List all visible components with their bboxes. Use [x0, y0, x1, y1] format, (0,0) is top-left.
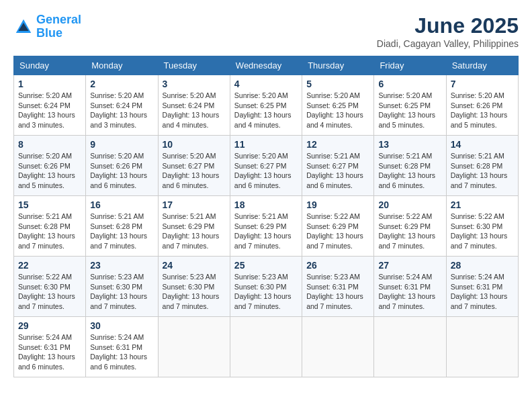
- sunrise-text: Sunrise: 5:22 AM: [18, 272, 81, 282]
- calendar-cell: 6 Sunrise: 5:20 AM Sunset: 6:25 PM Dayli…: [374, 75, 446, 136]
- sunrise-text: Sunrise: 5:20 AM: [90, 91, 153, 101]
- sunset-text: Sunset: 6:30 PM: [18, 282, 81, 292]
- day-info: Sunrise: 5:21 AM Sunset: 6:27 PM Dayligh…: [306, 151, 369, 191]
- daylight-text: Daylight: 13 hours and 7 minutes.: [306, 291, 369, 311]
- day-info: Sunrise: 5:20 AM Sunset: 6:25 PM Dayligh…: [306, 91, 369, 130]
- day-number: 10: [163, 139, 226, 150]
- calendar-cell: [230, 317, 302, 377]
- day-info: Sunrise: 5:21 AM Sunset: 6:28 PM Dayligh…: [18, 212, 81, 251]
- sunrise-text: Sunrise: 5:23 AM: [234, 272, 298, 282]
- daylight-text: Daylight: 13 hours and 7 minutes.: [306, 231, 369, 250]
- day-number: 7: [451, 79, 514, 89]
- calendar-cell: 25 Sunrise: 5:23 AM Sunset: 6:30 PM Dayl…: [230, 257, 302, 317]
- col-sunday: Sunday: [14, 56, 86, 75]
- daylight-text: Daylight: 13 hours and 5 minutes.: [18, 171, 81, 190]
- calendar-cell: 22 Sunrise: 5:22 AM Sunset: 6:30 PM Dayl…: [14, 257, 86, 317]
- day-info: Sunrise: 5:20 AM Sunset: 6:26 PM Dayligh…: [451, 91, 514, 130]
- calendar-cell: 4 Sunrise: 5:20 AM Sunset: 6:25 PM Dayli…: [230, 75, 302, 136]
- day-number: 9: [90, 139, 153, 150]
- day-info: Sunrise: 5:21 AM Sunset: 6:29 PM Dayligh…: [234, 212, 298, 251]
- daylight-text: Daylight: 13 hours and 7 minutes.: [90, 291, 153, 311]
- day-number: 13: [378, 139, 441, 150]
- daylight-text: Daylight: 13 hours and 6 minutes.: [306, 171, 369, 190]
- sunset-text: Sunset: 6:31 PM: [451, 282, 514, 292]
- sunset-text: Sunset: 6:28 PM: [18, 222, 81, 232]
- day-number: 20: [378, 199, 441, 210]
- day-number: 8: [18, 139, 81, 150]
- sunrise-text: Sunrise: 5:20 AM: [90, 151, 153, 161]
- sunrise-text: Sunrise: 5:22 AM: [451, 212, 514, 222]
- sunrise-text: Sunrise: 5:21 AM: [18, 212, 81, 222]
- sunrise-text: Sunrise: 5:21 AM: [378, 151, 441, 161]
- day-info: Sunrise: 5:20 AM Sunset: 6:27 PM Dayligh…: [234, 151, 298, 191]
- sunset-text: Sunset: 6:30 PM: [234, 282, 298, 292]
- day-number: 23: [90, 260, 153, 271]
- daylight-text: Daylight: 13 hours and 4 minutes.: [306, 110, 369, 130]
- calendar-cell: 5 Sunrise: 5:20 AM Sunset: 6:25 PM Dayli…: [302, 75, 374, 136]
- calendar-cell: [374, 317, 446, 377]
- sunrise-text: Sunrise: 5:23 AM: [90, 272, 153, 282]
- sunset-text: Sunset: 6:26 PM: [90, 161, 153, 171]
- day-number: 28: [451, 260, 514, 271]
- day-number: 21: [451, 199, 514, 210]
- sunrise-text: Sunrise: 5:20 AM: [234, 151, 298, 161]
- day-number: 5: [306, 79, 369, 89]
- calendar-cell: 30 Sunrise: 5:24 AM Sunset: 6:31 PM Dayl…: [86, 317, 158, 377]
- calendar-cell: 23 Sunrise: 5:23 AM Sunset: 6:30 PM Dayl…: [86, 257, 158, 317]
- day-info: Sunrise: 5:24 AM Sunset: 6:31 PM Dayligh…: [90, 332, 153, 372]
- sunset-text: Sunset: 6:27 PM: [306, 161, 369, 171]
- daylight-text: Daylight: 13 hours and 6 minutes.: [234, 171, 298, 190]
- daylight-text: Daylight: 13 hours and 7 minutes.: [234, 291, 298, 311]
- day-info: Sunrise: 5:20 AM Sunset: 6:26 PM Dayligh…: [18, 151, 81, 191]
- calendar-cell: [158, 317, 230, 377]
- calendar-cell: 20 Sunrise: 5:22 AM Sunset: 6:29 PM Dayl…: [374, 196, 446, 257]
- sunrise-text: Sunrise: 5:21 AM: [163, 212, 226, 222]
- day-info: Sunrise: 5:23 AM Sunset: 6:31 PM Dayligh…: [306, 272, 369, 312]
- calendar-cell: 8 Sunrise: 5:20 AM Sunset: 6:26 PM Dayli…: [14, 136, 86, 196]
- day-number: 18: [234, 199, 298, 210]
- sunrise-text: Sunrise: 5:20 AM: [18, 91, 81, 101]
- day-info: Sunrise: 5:20 AM Sunset: 6:27 PM Dayligh…: [163, 151, 226, 191]
- sunset-text: Sunset: 6:29 PM: [234, 222, 298, 232]
- sunrise-text: Sunrise: 5:22 AM: [306, 212, 369, 222]
- sunrise-text: Sunrise: 5:20 AM: [451, 91, 514, 101]
- calendar-header-row: Sunday Monday Tuesday Wednesday Thursday…: [14, 56, 519, 75]
- daylight-text: Daylight: 13 hours and 7 minutes.: [163, 231, 226, 250]
- day-info: Sunrise: 5:20 AM Sunset: 6:25 PM Dayligh…: [378, 91, 441, 130]
- sunset-text: Sunset: 6:26 PM: [451, 101, 514, 111]
- col-tuesday: Tuesday: [158, 56, 230, 75]
- sunset-text: Sunset: 6:27 PM: [163, 161, 226, 171]
- sunset-text: Sunset: 6:30 PM: [90, 282, 153, 292]
- sunset-text: Sunset: 6:26 PM: [18, 161, 81, 171]
- day-info: Sunrise: 5:23 AM Sunset: 6:30 PM Dayligh…: [90, 272, 153, 312]
- daylight-text: Daylight: 13 hours and 7 minutes.: [451, 291, 514, 311]
- day-info: Sunrise: 5:24 AM Sunset: 6:31 PM Dayligh…: [451, 272, 514, 312]
- calendar-cell: 14 Sunrise: 5:21 AM Sunset: 6:28 PM Dayl…: [446, 136, 518, 196]
- week-row-3: 22 Sunrise: 5:22 AM Sunset: 6:30 PM Dayl…: [14, 257, 519, 317]
- daylight-text: Daylight: 13 hours and 3 minutes.: [90, 110, 153, 130]
- daylight-text: Daylight: 13 hours and 6 minutes.: [90, 171, 153, 190]
- sunrise-text: Sunrise: 5:21 AM: [451, 151, 514, 161]
- calendar-cell: 18 Sunrise: 5:21 AM Sunset: 6:29 PM Dayl…: [230, 196, 302, 257]
- day-info: Sunrise: 5:20 AM Sunset: 6:24 PM Dayligh…: [18, 91, 81, 130]
- daylight-text: Daylight: 13 hours and 6 minutes.: [90, 352, 153, 371]
- daylight-text: Daylight: 13 hours and 6 minutes.: [378, 171, 441, 190]
- calendar-cell: 26 Sunrise: 5:23 AM Sunset: 6:31 PM Dayl…: [302, 257, 374, 317]
- sunset-text: Sunset: 6:24 PM: [163, 101, 226, 111]
- daylight-text: Daylight: 13 hours and 3 minutes.: [18, 110, 81, 130]
- col-friday: Friday: [374, 56, 446, 75]
- day-info: Sunrise: 5:22 AM Sunset: 6:29 PM Dayligh…: [306, 212, 369, 251]
- day-number: 15: [18, 199, 81, 210]
- daylight-text: Daylight: 13 hours and 5 minutes.: [378, 110, 441, 130]
- day-number: 12: [306, 139, 369, 150]
- day-info: Sunrise: 5:20 AM Sunset: 6:24 PM Dayligh…: [163, 91, 226, 130]
- sunset-text: Sunset: 6:31 PM: [90, 342, 153, 353]
- week-row-0: 1 Sunrise: 5:20 AM Sunset: 6:24 PM Dayli…: [14, 75, 519, 136]
- calendar-cell: 7 Sunrise: 5:20 AM Sunset: 6:26 PM Dayli…: [446, 75, 518, 136]
- sunset-text: Sunset: 6:28 PM: [451, 161, 514, 171]
- day-info: Sunrise: 5:23 AM Sunset: 6:30 PM Dayligh…: [163, 272, 226, 312]
- sunset-text: Sunset: 6:25 PM: [306, 101, 369, 111]
- week-row-1: 8 Sunrise: 5:20 AM Sunset: 6:26 PM Dayli…: [14, 136, 519, 196]
- day-info: Sunrise: 5:20 AM Sunset: 6:26 PM Dayligh…: [90, 151, 153, 191]
- sunset-text: Sunset: 6:29 PM: [163, 222, 226, 232]
